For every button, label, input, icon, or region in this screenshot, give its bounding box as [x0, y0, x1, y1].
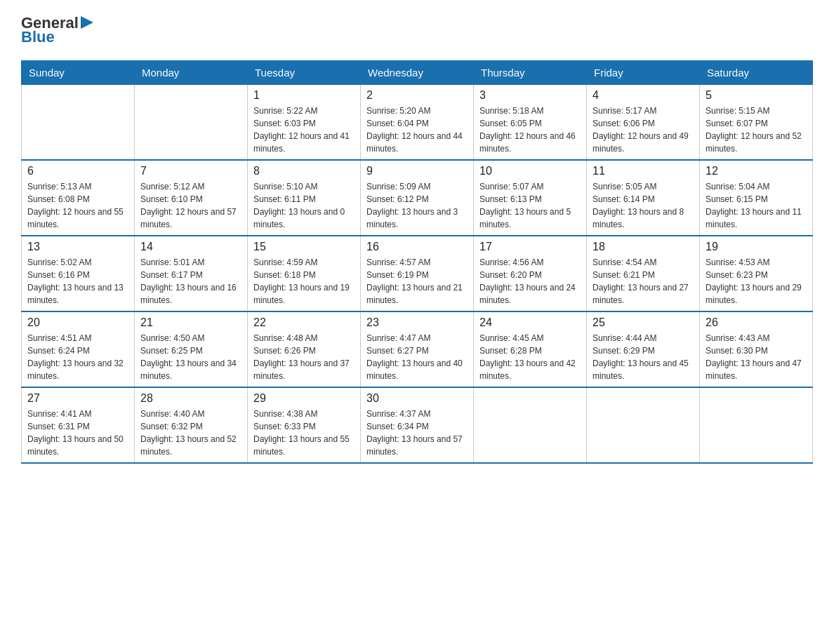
day-detail: Sunrise: 4:53 AMSunset: 6:23 PMDaylight:… [706, 256, 807, 307]
calendar-cell: 10Sunrise: 5:07 AMSunset: 6:13 PMDayligh… [474, 160, 587, 236]
weekday-header-monday: Monday [135, 61, 248, 85]
calendar-cell: 7Sunrise: 5:12 AMSunset: 6:10 PMDaylight… [135, 160, 248, 236]
calendar-cell: 24Sunrise: 4:45 AMSunset: 6:28 PMDayligh… [474, 311, 587, 387]
day-detail: Sunrise: 5:05 AMSunset: 6:14 PMDaylight:… [593, 180, 694, 231]
day-number: 29 [253, 392, 355, 405]
calendar-cell: 21Sunrise: 4:50 AMSunset: 6:25 PMDayligh… [135, 311, 248, 387]
day-number: 6 [27, 165, 128, 177]
day-detail: Sunrise: 4:57 AMSunset: 6:19 PMDaylight:… [366, 256, 468, 307]
day-detail: Sunrise: 5:22 AMSunset: 6:03 PMDaylight:… [253, 105, 355, 155]
day-number: 8 [253, 165, 355, 177]
calendar-cell: 22Sunrise: 4:48 AMSunset: 6:26 PMDayligh… [248, 311, 361, 387]
calendar-cell: 2Sunrise: 5:20 AMSunset: 6:04 PMDaylight… [361, 85, 474, 161]
day-number: 11 [593, 165, 694, 177]
calendar-cell: 25Sunrise: 4:44 AMSunset: 6:29 PMDayligh… [587, 311, 700, 387]
calendar-cell [587, 387, 700, 463]
logo-arrow-icon [81, 16, 93, 29]
day-detail: Sunrise: 4:48 AMSunset: 6:26 PMDaylight:… [253, 332, 355, 382]
logo-blue: Blue [21, 28, 93, 46]
day-detail: Sunrise: 4:59 AMSunset: 6:18 PMDaylight:… [253, 256, 355, 307]
weekday-header-friday: Friday [587, 61, 700, 85]
day-detail: Sunrise: 5:13 AMSunset: 6:08 PMDaylight:… [27, 180, 128, 231]
day-detail: Sunrise: 4:37 AMSunset: 6:34 PMDaylight:… [366, 408, 468, 458]
day-detail: Sunrise: 5:02 AMSunset: 6:16 PMDaylight:… [27, 256, 128, 307]
calendar-cell: 28Sunrise: 4:40 AMSunset: 6:32 PMDayligh… [135, 387, 248, 463]
day-number: 3 [479, 89, 581, 102]
day-detail: Sunrise: 4:56 AMSunset: 6:20 PMDaylight:… [479, 256, 581, 307]
day-detail: Sunrise: 4:41 AMSunset: 6:31 PMDaylight:… [27, 408, 128, 458]
day-detail: Sunrise: 5:20 AMSunset: 6:04 PMDaylight:… [366, 105, 468, 155]
day-detail: Sunrise: 5:12 AMSunset: 6:10 PMDaylight:… [140, 180, 241, 231]
day-number: 10 [479, 165, 581, 177]
calendar-cell: 30Sunrise: 4:37 AMSunset: 6:34 PMDayligh… [361, 387, 474, 463]
day-number: 14 [140, 241, 241, 253]
day-number: 20 [27, 316, 128, 329]
calendar-cell: 23Sunrise: 4:47 AMSunset: 6:27 PMDayligh… [361, 311, 474, 387]
day-number: 18 [593, 241, 694, 253]
calendar-cell: 9Sunrise: 5:09 AMSunset: 6:12 PMDaylight… [361, 160, 474, 236]
day-detail: Sunrise: 5:01 AMSunset: 6:17 PMDaylight:… [140, 256, 241, 307]
calendar-week-row: 20Sunrise: 4:51 AMSunset: 6:24 PMDayligh… [22, 311, 813, 387]
day-number: 2 [366, 89, 468, 102]
calendar-cell: 12Sunrise: 5:04 AMSunset: 6:15 PMDayligh… [700, 160, 813, 236]
calendar-cell: 14Sunrise: 5:01 AMSunset: 6:17 PMDayligh… [135, 236, 248, 311]
day-detail: Sunrise: 4:45 AMSunset: 6:28 PMDaylight:… [479, 332, 581, 382]
weekday-header-tuesday: Tuesday [248, 61, 361, 85]
weekday-header-row: SundayMondayTuesdayWednesdayThursdayFrid… [22, 61, 813, 85]
day-number: 1 [253, 89, 355, 102]
day-detail: Sunrise: 4:40 AMSunset: 6:32 PMDaylight:… [140, 408, 241, 458]
svg-marker-0 [81, 16, 93, 29]
calendar-cell: 3Sunrise: 5:18 AMSunset: 6:05 PMDaylight… [474, 85, 587, 161]
calendar-cell: 27Sunrise: 4:41 AMSunset: 6:31 PMDayligh… [22, 387, 135, 463]
calendar-cell: 8Sunrise: 5:10 AMSunset: 6:11 PMDaylight… [248, 160, 361, 236]
day-detail: Sunrise: 5:07 AMSunset: 6:13 PMDaylight:… [479, 180, 581, 231]
calendar-cell: 6Sunrise: 5:13 AMSunset: 6:08 PMDaylight… [22, 160, 135, 236]
day-detail: Sunrise: 5:18 AMSunset: 6:05 PMDaylight:… [479, 105, 581, 155]
weekday-header-saturday: Saturday [700, 61, 813, 85]
calendar-week-row: 13Sunrise: 5:02 AMSunset: 6:16 PMDayligh… [22, 236, 813, 311]
weekday-header-wednesday: Wednesday [361, 61, 474, 85]
calendar-cell: 16Sunrise: 4:57 AMSunset: 6:19 PMDayligh… [361, 236, 474, 311]
calendar-cell: 15Sunrise: 4:59 AMSunset: 6:18 PMDayligh… [248, 236, 361, 311]
day-number: 13 [27, 241, 128, 253]
calendar-cell [474, 387, 587, 463]
day-detail: Sunrise: 5:15 AMSunset: 6:07 PMDaylight:… [706, 105, 807, 155]
calendar-cell: 11Sunrise: 5:05 AMSunset: 6:14 PMDayligh… [587, 160, 700, 236]
day-number: 23 [366, 316, 468, 329]
calendar-cell: 4Sunrise: 5:17 AMSunset: 6:06 PMDaylight… [587, 85, 700, 161]
calendar-cell: 1Sunrise: 5:22 AMSunset: 6:03 PMDaylight… [248, 85, 361, 161]
day-number: 30 [366, 392, 468, 405]
calendar-cell [22, 85, 135, 161]
calendar-cell: 19Sunrise: 4:53 AMSunset: 6:23 PMDayligh… [700, 236, 813, 311]
day-number: 25 [593, 316, 694, 329]
day-detail: Sunrise: 4:47 AMSunset: 6:27 PMDaylight:… [366, 332, 468, 382]
day-number: 19 [706, 241, 807, 253]
day-number: 12 [706, 165, 807, 177]
day-number: 15 [253, 241, 355, 253]
calendar-cell: 17Sunrise: 4:56 AMSunset: 6:20 PMDayligh… [474, 236, 587, 311]
page-header: General Blue [21, 14, 813, 46]
day-detail: Sunrise: 4:43 AMSunset: 6:30 PMDaylight:… [706, 332, 807, 382]
calendar-cell: 5Sunrise: 5:15 AMSunset: 6:07 PMDaylight… [700, 85, 813, 161]
calendar-cell [700, 387, 813, 463]
calendar-week-row: 1Sunrise: 5:22 AMSunset: 6:03 PMDaylight… [22, 85, 813, 161]
calendar-cell: 20Sunrise: 4:51 AMSunset: 6:24 PMDayligh… [22, 311, 135, 387]
day-number: 17 [479, 241, 581, 253]
weekday-header-sunday: Sunday [22, 61, 135, 85]
day-detail: Sunrise: 4:51 AMSunset: 6:24 PMDaylight:… [27, 332, 128, 382]
day-number: 16 [366, 241, 468, 253]
weekday-header-thursday: Thursday [474, 61, 587, 85]
day-number: 24 [479, 316, 581, 329]
day-detail: Sunrise: 5:10 AMSunset: 6:11 PMDaylight:… [253, 180, 355, 231]
logo: General Blue [21, 14, 93, 46]
day-number: 21 [140, 316, 241, 329]
day-number: 4 [593, 89, 694, 102]
day-number: 28 [140, 392, 241, 405]
day-detail: Sunrise: 4:38 AMSunset: 6:33 PMDaylight:… [253, 408, 355, 458]
calendar-cell: 18Sunrise: 4:54 AMSunset: 6:21 PMDayligh… [587, 236, 700, 311]
day-number: 27 [27, 392, 128, 405]
calendar-cell: 26Sunrise: 4:43 AMSunset: 6:30 PMDayligh… [700, 311, 813, 387]
day-number: 22 [253, 316, 355, 329]
day-number: 26 [706, 316, 807, 329]
day-detail: Sunrise: 4:50 AMSunset: 6:25 PMDaylight:… [140, 332, 241, 382]
